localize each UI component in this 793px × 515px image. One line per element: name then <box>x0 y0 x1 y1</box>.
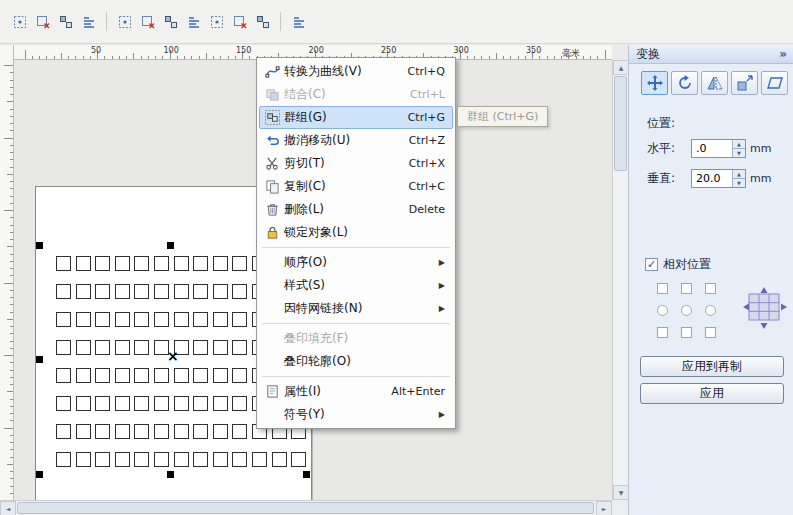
grid-square[interactable] <box>193 312 208 327</box>
grid-square[interactable] <box>174 424 189 439</box>
grid-square[interactable] <box>193 368 208 383</box>
grid-square[interactable] <box>95 256 110 271</box>
skew-icon[interactable] <box>761 71 788 95</box>
spin-up-icon[interactable]: ▲ <box>732 170 745 178</box>
anchor-radio[interactable] <box>657 305 668 316</box>
anchor-checkbox[interactable] <box>705 327 716 338</box>
grid-square[interactable] <box>134 256 149 271</box>
toolbar-icon-4[interactable] <box>77 11 100 32</box>
grid-square[interactable] <box>213 284 228 299</box>
grid-square[interactable] <box>95 452 110 467</box>
size-icon[interactable] <box>731 71 758 95</box>
grid-square[interactable] <box>193 396 208 411</box>
scroll-right-icon[interactable]: ► <box>596 501 612 515</box>
position-icon[interactable] <box>641 71 668 95</box>
grid-square[interactable] <box>174 368 189 383</box>
grid-square[interactable] <box>76 256 91 271</box>
grid-square[interactable] <box>115 452 130 467</box>
grid-square[interactable] <box>95 396 110 411</box>
grid-square[interactable] <box>56 284 71 299</box>
grid-square[interactable] <box>134 284 149 299</box>
grid-square[interactable] <box>115 256 130 271</box>
toolbar-icon-1[interactable] <box>8 11 31 32</box>
grid-square[interactable] <box>95 368 110 383</box>
grid-square[interactable] <box>193 340 208 355</box>
selection-handle[interactable] <box>36 356 43 363</box>
grid-square[interactable] <box>272 452 287 467</box>
horizontal-scroll-thumb[interactable] <box>17 502 594 514</box>
grid-square[interactable] <box>115 340 130 355</box>
menu-item-internet-links[interactable]: 因特网链接(N)▶ <box>259 297 453 320</box>
grid-square[interactable] <box>76 340 91 355</box>
vertical-scrollbar[interactable]: ▲ ▼ <box>612 60 628 500</box>
grid-square[interactable] <box>154 424 169 439</box>
relative-position-checkbox[interactable]: ✓ <box>645 258 658 271</box>
grid-square[interactable] <box>193 452 208 467</box>
grid-square[interactable] <box>213 368 228 383</box>
grid-square[interactable] <box>213 396 228 411</box>
selection-handle[interactable] <box>36 242 43 249</box>
grid-square[interactable] <box>56 340 71 355</box>
collapse-docker-icon[interactable]: » <box>779 47 787 61</box>
grid-square[interactable] <box>134 396 149 411</box>
toolbar-icon-5[interactable] <box>113 11 136 32</box>
scroll-up-icon[interactable]: ▲ <box>613 60 629 75</box>
grid-square[interactable] <box>76 368 91 383</box>
grid-square[interactable] <box>56 452 71 467</box>
toolbar-icon-10[interactable] <box>228 11 251 32</box>
menu-item-lock-object[interactable]: 锁定对象(L) <box>259 221 453 244</box>
grid-square[interactable] <box>56 424 71 439</box>
apply-to-duplicate-button[interactable]: 应用到再制 <box>640 356 784 377</box>
grid-square[interactable] <box>193 256 208 271</box>
grid-square[interactable] <box>154 256 169 271</box>
toolbar-icon-8[interactable] <box>182 11 205 32</box>
selection-handle[interactable] <box>303 471 310 478</box>
grid-square[interactable] <box>174 396 189 411</box>
anchor-checkbox[interactable] <box>657 283 668 294</box>
horizontal-scrollbar[interactable]: ◄ ► <box>0 500 612 515</box>
grid-square[interactable] <box>134 424 149 439</box>
toolbar-icon-6[interactable] <box>136 11 159 32</box>
grid-square[interactable] <box>115 368 130 383</box>
grid-square[interactable] <box>115 312 130 327</box>
toolbar-icon-3[interactable] <box>54 11 77 32</box>
horizontal-input[interactable]: .0 ▲ ▼ <box>691 139 746 158</box>
grid-square[interactable] <box>95 340 110 355</box>
spin-down-icon[interactable]: ▼ <box>732 148 745 157</box>
grid-square[interactable] <box>232 284 247 299</box>
anchor-checkbox[interactable] <box>681 283 692 294</box>
rotate-icon[interactable] <box>671 71 698 95</box>
grid-square[interactable] <box>134 340 149 355</box>
docker-titlebar[interactable]: 变换 » <box>629 45 793 64</box>
spin-up-icon[interactable]: ▲ <box>732 140 745 148</box>
toolbar-icon-12[interactable] <box>287 11 310 32</box>
grid-square[interactable] <box>213 340 228 355</box>
anchor-radio[interactable] <box>681 305 692 316</box>
anchor-checkbox[interactable] <box>681 327 692 338</box>
toolbar-icon-2[interactable] <box>31 11 54 32</box>
toolbar-icon-11[interactable] <box>251 11 274 32</box>
grid-square[interactable] <box>76 396 91 411</box>
grid-square[interactable] <box>154 452 169 467</box>
grid-square[interactable] <box>232 256 247 271</box>
grid-square[interactable] <box>154 284 169 299</box>
grid-square[interactable] <box>76 424 91 439</box>
grid-square[interactable] <box>56 396 71 411</box>
vertical-input[interactable]: 20.0 ▲ ▼ <box>691 169 746 188</box>
anchor-radio[interactable] <box>705 305 716 316</box>
toolbar-icon-7[interactable] <box>159 11 182 32</box>
menu-item-undo-move[interactable]: 撤消移动(U)Ctrl+Z <box>259 129 453 152</box>
menu-item-delete[interactable]: 删除(L)Delete <box>259 198 453 221</box>
grid-square[interactable] <box>154 312 169 327</box>
selection-handle[interactable] <box>167 242 174 249</box>
grid-square[interactable] <box>115 396 130 411</box>
grid-square[interactable] <box>232 424 247 439</box>
grid-square[interactable] <box>76 312 91 327</box>
menu-item-properties[interactable]: 属性(I)Alt+Enter <box>259 380 453 403</box>
grid-square[interactable] <box>232 368 247 383</box>
toolbar-icon-9[interactable] <box>205 11 228 32</box>
apply-button[interactable]: 应用 <box>640 383 784 404</box>
grid-square[interactable] <box>95 424 110 439</box>
grid-square[interactable] <box>232 340 247 355</box>
grid-square[interactable] <box>213 424 228 439</box>
